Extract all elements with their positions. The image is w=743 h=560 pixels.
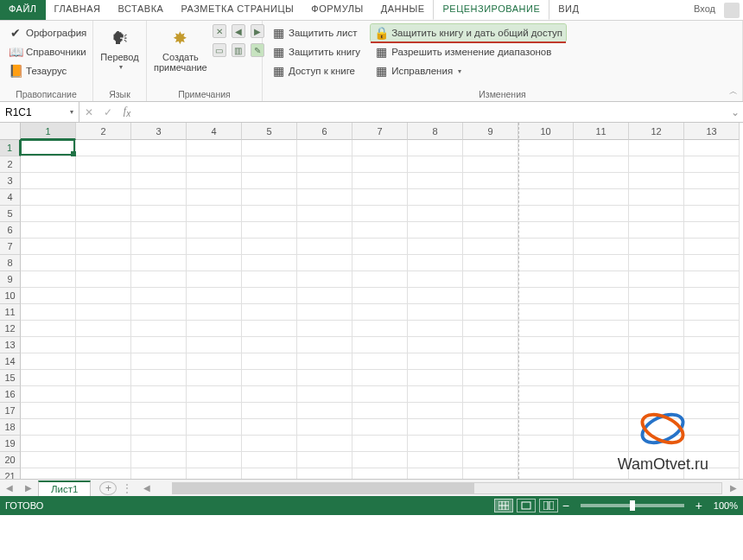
protect-and-share-button[interactable]: 🔒Защитить книгу и дать общий доступ xyxy=(371,24,566,41)
zoom-in-button[interactable]: + xyxy=(693,499,705,512)
cell[interactable] xyxy=(352,436,408,452)
cell[interactable] xyxy=(21,353,76,370)
cell[interactable] xyxy=(297,304,352,321)
cell[interactable] xyxy=(408,419,463,436)
cell[interactable] xyxy=(684,304,740,321)
cell[interactable] xyxy=(242,452,297,468)
cell[interactable] xyxy=(76,304,131,321)
cell[interactable] xyxy=(684,140,740,156)
cell[interactable] xyxy=(21,419,76,436)
cell[interactable] xyxy=(352,353,408,370)
cell[interactable] xyxy=(463,140,518,156)
cell[interactable] xyxy=(242,255,297,271)
cell[interactable] xyxy=(518,370,574,386)
protect-sheet-button[interactable]: ▦Защитить лист xyxy=(268,24,364,41)
cell[interactable] xyxy=(131,386,187,403)
cell[interactable] xyxy=(629,436,684,452)
scroll-tabs-left-button[interactable]: ◀ xyxy=(0,483,19,493)
row-header[interactable]: 16 xyxy=(0,386,21,403)
cell[interactable] xyxy=(518,255,574,271)
translate-button[interactable]: 🗣 Перевод ▾ xyxy=(98,24,141,73)
cell[interactable] xyxy=(463,189,518,206)
cell[interactable] xyxy=(574,206,629,222)
cell[interactable] xyxy=(21,239,76,255)
cell[interactable] xyxy=(518,288,574,304)
tab-page-layout[interactable]: РАЗМЕТКА СТРАНИЦЫ xyxy=(172,0,302,20)
cell[interactable] xyxy=(76,156,131,173)
cell[interactable] xyxy=(187,419,242,436)
select-all-corner[interactable] xyxy=(0,123,21,140)
cell[interactable] xyxy=(187,271,242,288)
cell[interactable] xyxy=(574,386,629,403)
cell[interactable] xyxy=(408,386,463,403)
cell[interactable] xyxy=(629,140,684,156)
cell[interactable] xyxy=(76,222,131,239)
cell[interactable] xyxy=(21,271,76,288)
cell[interactable] xyxy=(629,353,684,370)
cell[interactable] xyxy=(408,156,463,173)
row-header[interactable]: 1 xyxy=(0,140,21,156)
row-header[interactable]: 15 xyxy=(0,370,21,386)
worksheet-grid[interactable]: 12345678910111213 1234567891011121314151… xyxy=(0,123,743,496)
cell[interactable] xyxy=(187,222,242,239)
cell[interactable] xyxy=(297,288,352,304)
cell[interactable] xyxy=(684,156,740,173)
show-all-comments-button[interactable]: ▥ xyxy=(232,43,245,57)
cell[interactable] xyxy=(352,337,408,353)
zoom-level-label[interactable]: 100% xyxy=(714,500,738,511)
cell[interactable] xyxy=(297,403,352,419)
cell[interactable] xyxy=(408,452,463,468)
formula-input[interactable] xyxy=(137,106,727,118)
cell[interactable] xyxy=(21,140,76,156)
cell[interactable] xyxy=(463,321,518,337)
cell[interactable] xyxy=(242,321,297,337)
column-headers[interactable]: 12345678910111213 xyxy=(21,123,743,140)
cell[interactable] xyxy=(684,222,740,239)
column-header[interactable]: 4 xyxy=(187,123,242,140)
horizontal-scrollbar[interactable] xyxy=(172,482,722,494)
cell[interactable] xyxy=(131,436,187,452)
cell[interactable] xyxy=(242,304,297,321)
cell[interactable] xyxy=(76,403,131,419)
cell[interactable] xyxy=(518,419,574,436)
cell[interactable] xyxy=(76,173,131,189)
cell[interactable] xyxy=(352,189,408,206)
cell[interactable] xyxy=(352,140,408,156)
cell[interactable] xyxy=(574,173,629,189)
cell[interactable] xyxy=(352,222,408,239)
cell[interactable] xyxy=(518,337,574,353)
cell[interactable] xyxy=(187,436,242,452)
cell[interactable] xyxy=(629,288,684,304)
cell[interactable] xyxy=(242,386,297,403)
cell[interactable] xyxy=(297,370,352,386)
cell[interactable] xyxy=(518,239,574,255)
cell[interactable] xyxy=(297,222,352,239)
cell[interactable] xyxy=(21,337,76,353)
cell[interactable] xyxy=(297,156,352,173)
cell[interactable] xyxy=(574,189,629,206)
cell[interactable] xyxy=(76,452,131,468)
row-header[interactable]: 12 xyxy=(0,321,21,337)
cell[interactable] xyxy=(352,239,408,255)
cell[interactable] xyxy=(131,403,187,419)
cell[interactable] xyxy=(187,156,242,173)
cell[interactable] xyxy=(21,288,76,304)
cell[interactable] xyxy=(574,239,629,255)
cell[interactable] xyxy=(76,140,131,156)
cell[interactable] xyxy=(131,288,187,304)
cell[interactable] xyxy=(242,370,297,386)
cell[interactable] xyxy=(187,173,242,189)
row-header[interactable]: 10 xyxy=(0,288,21,304)
cell[interactable] xyxy=(629,370,684,386)
cell[interactable] xyxy=(518,156,574,173)
cell[interactable] xyxy=(76,321,131,337)
cell[interactable] xyxy=(684,419,740,436)
cell[interactable] xyxy=(297,189,352,206)
cell[interactable] xyxy=(352,321,408,337)
column-header[interactable]: 5 xyxy=(242,123,297,140)
cell[interactable] xyxy=(76,189,131,206)
name-box-input[interactable] xyxy=(5,106,57,118)
row-header[interactable]: 7 xyxy=(0,239,21,255)
cell[interactable] xyxy=(574,321,629,337)
column-header[interactable]: 8 xyxy=(408,123,463,140)
